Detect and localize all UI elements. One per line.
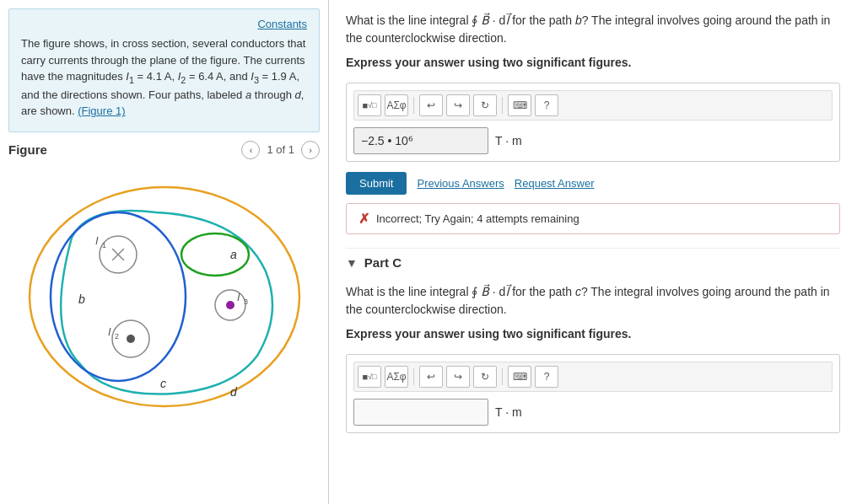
error-icon: ✗ [358, 211, 369, 227]
I3-text: I3 = 1.9 A [251, 70, 296, 83]
help-btn[interactable]: ? [535, 94, 558, 116]
reset-btn[interactable]: ↻ [473, 94, 497, 116]
partc-header: ▼ Part C [346, 248, 840, 273]
left-panel: Constants The figure shows, in cross sec… [0, 0, 329, 504]
figure1-link[interactable]: (Figure 1) [78, 105, 125, 117]
label-a: a [230, 248, 237, 261]
sigma-btn[interactable]: ΑΣφ [385, 94, 408, 116]
partb-answer-box: ■√□ ΑΣφ ↩ ↪ ↻ ⌨ ? T · m [346, 83, 840, 162]
label-I3-sub: 3 [244, 298, 248, 306]
partb-express-label: Express your answer using two significan… [346, 56, 840, 69]
format-btn[interactable]: ■√□ [358, 94, 381, 116]
keyboard-btn[interactable]: ⌨ [508, 94, 531, 116]
figure-svg-container: a I 1 b I 2 c I [8, 166, 321, 419]
partc-toolbar: ■√□ ΑΣφ ↩ ↪ ↻ ⌨ ? [353, 362, 833, 392]
label-b: b [78, 292, 85, 306]
partc-toolbar-sep1 [413, 368, 414, 385]
figure-nav-label: 1 of 1 [267, 143, 294, 156]
label-I2: I [108, 325, 111, 338]
partb-input-row: T · m [353, 127, 833, 154]
partb-action-row: Submit Previous Answers Request Answer [346, 172, 840, 195]
partc-sigma-btn[interactable]: ΑΣφ [385, 366, 408, 388]
undo-btn[interactable]: ↩ [419, 94, 443, 116]
toolbar-sep1 [413, 97, 414, 114]
partc-unit: T · m [495, 405, 522, 419]
partb-question: What is the line integral ∮ B⃗ · dl⃗ for… [346, 12, 840, 47]
figure-title: Figure [8, 142, 241, 157]
partc-toolbar-sep2 [502, 368, 503, 385]
constants-text: The figure shows, in cross section, seve… [21, 35, 307, 120]
svg-point-7 [127, 335, 135, 343]
svg-point-9 [226, 301, 234, 309]
partc-arrow[interactable]: ▼ [346, 256, 358, 270]
figure-area: Figure ‹ 1 of 1 › a [0, 141, 328, 504]
figure-next-btn[interactable]: › [301, 141, 320, 159]
figure-prev-btn[interactable]: ‹ [241, 141, 260, 159]
figure-nav: ‹ 1 of 1 › [241, 141, 320, 159]
partc-keyboard-btn[interactable]: ⌨ [508, 366, 531, 388]
partc-question: What is the line integral ∮ B⃗ · dl⃗ for… [346, 283, 840, 319]
partb-toolbar: ■√□ ΑΣφ ↩ ↪ ↻ ⌨ ? [353, 90, 833, 121]
I1-text: I1 = 4.1 A [126, 70, 171, 83]
partb-input[interactable] [353, 127, 488, 154]
partc-input-row: T · m [353, 399, 833, 426]
partb-submit-btn[interactable]: Submit [346, 172, 407, 195]
I2-text: I2 = 6.4 A [178, 70, 224, 83]
partb-error-text: Incorrect; Try Again; 4 attempts remaini… [376, 212, 579, 225]
partc-label: Part C [364, 255, 402, 270]
redo-btn[interactable]: ↪ [446, 94, 470, 116]
partb-error-box: ✗ Incorrect; Try Again; 4 attempts remai… [346, 203, 840, 234]
partb-request-answer[interactable]: Request Answer [515, 177, 595, 190]
partc-redo-btn[interactable]: ↪ [446, 366, 470, 388]
right-panel: What is the line integral ∮ B⃗ · dl⃗ for… [329, 0, 857, 504]
figure-svg: a I 1 b I 2 c I [21, 170, 308, 415]
label-c: c [160, 377, 166, 390]
partc-input[interactable] [353, 399, 488, 426]
constants-link[interactable]: Constants [21, 18, 307, 30]
figure-header: Figure ‹ 1 of 1 › [8, 141, 320, 159]
partb-unit: T · m [495, 134, 522, 147]
partc-undo-btn[interactable]: ↩ [419, 366, 443, 388]
constants-box: Constants The figure shows, in cross sec… [8, 8, 320, 132]
label-I2-sub: 2 [115, 332, 119, 340]
toolbar-sep2 [502, 97, 503, 114]
svg-point-0 [30, 187, 299, 406]
label-I1: I [95, 234, 99, 247]
partb-previous-answers[interactable]: Previous Answers [417, 177, 504, 190]
label-I1-sub: 1 [102, 241, 106, 249]
partc-express-label: Express your answer using two significan… [346, 327, 840, 340]
label-d: d [230, 385, 238, 399]
svg-point-2 [181, 233, 249, 276]
label-I3: I [237, 291, 240, 303]
partc-answer-box: ■√□ ΑΣφ ↩ ↪ ↻ ⌨ ? T · m [346, 354, 840, 433]
partc-reset-btn[interactable]: ↻ [473, 366, 497, 388]
partc-format-btn[interactable]: ■√□ [358, 366, 381, 388]
partc-help-btn[interactable]: ? [535, 366, 558, 388]
